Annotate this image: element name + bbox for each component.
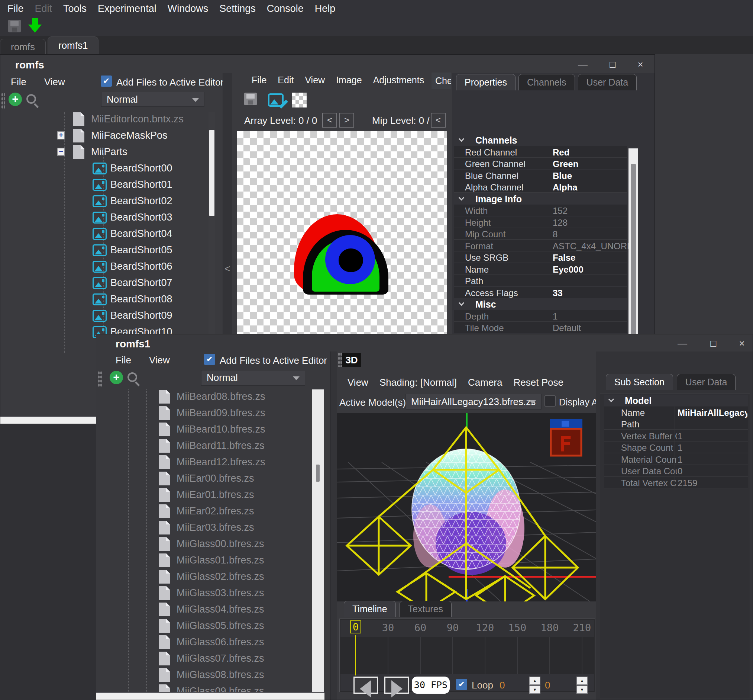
save-icon[interactable]	[8, 20, 21, 32]
menu-item[interactable]: View	[348, 377, 368, 388]
tree-item[interactable]: MiiBeard11.bfres.zs	[96, 438, 311, 454]
tree-scrollbar[interactable]	[312, 389, 324, 692]
close-button[interactable]: ×	[734, 337, 750, 350]
play-button[interactable]	[384, 677, 409, 694]
menu-item[interactable]: File	[115, 355, 131, 366]
edit-image-icon[interactable]	[268, 93, 284, 107]
tree-item[interactable]: MiiEar01.bfres.zs	[96, 487, 311, 503]
property-row[interactable]: Material Count 1	[604, 453, 748, 465]
tree-expander[interactable]: −	[57, 148, 65, 156]
close-button[interactable]: ×	[632, 58, 649, 71]
property-row[interactable]: Model	[604, 395, 748, 406]
scrollbar-thumb[interactable]	[209, 130, 214, 216]
property-row[interactable]: Use SRGB False	[454, 252, 627, 263]
menu-item[interactable]: Image	[336, 75, 362, 86]
tree-item[interactable]: MiiGlass08.bfres.zs	[96, 667, 311, 683]
property-row[interactable]: Width 152	[454, 205, 627, 216]
property-row[interactable]: Format ASTC_4x4_UNORM	[454, 240, 627, 252]
property-row[interactable]: Channels	[454, 134, 627, 146]
tree-item[interactable]: MiiGlass01.bfres.zs	[96, 552, 311, 569]
property-row[interactable]: Mip Count 8	[454, 228, 627, 239]
mip-prev-button[interactable]: <	[431, 113, 446, 128]
property-row[interactable]: Green Channel Green	[454, 158, 627, 169]
display-all-checkbox[interactable]	[544, 395, 556, 406]
menu-item[interactable]: Experimental	[98, 3, 156, 14]
tree-item[interactable]: MiiBeard10.bfres.zs	[96, 422, 311, 438]
tree-item[interactable]: BeardShort06	[0, 258, 209, 275]
stepper-down-icon[interactable]: ▼	[577, 686, 588, 694]
menu-item[interactable]: Settings	[219, 3, 256, 14]
menu-item[interactable]: Adjustments	[373, 75, 424, 86]
menu-item[interactable]: Edit	[278, 75, 294, 86]
tree-item[interactable]: MiiGlass06.bfres.zs	[96, 634, 311, 650]
property-row[interactable]: Total Vertex Co 2159	[604, 477, 748, 488]
maximize-button[interactable]: □	[705, 337, 722, 350]
tree-item[interactable]: BeardShort01	[0, 177, 209, 193]
filter-dropdown[interactable]: Normal	[201, 370, 305, 386]
property-row[interactable]: User Data Cou 0	[604, 465, 748, 477]
property-row[interactable]: Blue Channel Blue	[454, 170, 627, 181]
add-button[interactable]: +	[110, 371, 123, 384]
tree-item[interactable]: BeardShort08	[0, 291, 209, 308]
property-row[interactable]: Shape Count 1	[604, 442, 748, 453]
drag-grip[interactable]	[338, 352, 342, 367]
tree-item[interactable]: MiiGlass09.bfres.zs	[96, 683, 311, 692]
tree-item[interactable]: BeardShort00	[0, 160, 209, 177]
3d-view-tab[interactable]: 3D	[342, 353, 361, 367]
property-row[interactable]: Name Eye000	[454, 263, 627, 275]
menu-item[interactable]: Reset Pose	[513, 377, 563, 388]
3d-viewport[interactable]: F	[337, 413, 596, 602]
tab[interactable]: Textures	[399, 601, 452, 617]
tree-item[interactable]: − MiiParts	[0, 144, 209, 160]
property-row[interactable]: Access Flags 33	[454, 287, 627, 298]
property-row[interactable]: Vertex Buffer C 1	[604, 430, 748, 442]
stepper-up-icon[interactable]: ▲	[577, 677, 588, 685]
tree-item[interactable]: MiiEditorIcon.bntx.zs	[0, 112, 209, 128]
property-row[interactable]: Tile Mode Default	[454, 322, 627, 333]
tree-expander[interactable]: +	[57, 131, 65, 139]
tab[interactable]: Channels	[519, 74, 575, 91]
menu-item[interactable]: File	[11, 76, 27, 88]
add-button[interactable]: +	[9, 93, 22, 106]
tree-item[interactable]: MiiGlass05.bfres.zs	[96, 618, 311, 634]
tab[interactable]: User Data	[578, 74, 637, 91]
previous-frame-button[interactable]	[354, 677, 378, 694]
minimize-button[interactable]: —	[575, 58, 591, 71]
tree-item[interactable]: MiiGlass00.bfres.zs	[96, 536, 311, 552]
active-model-dropdown[interactable]: MiiHairAllLegacy123.bfres.zs	[405, 394, 541, 409]
property-row[interactable]: Path	[604, 418, 748, 430]
loop-checkbox[interactable]	[456, 679, 467, 690]
horizontal-scrollbar[interactable]	[96, 692, 324, 700]
tab[interactable]: Sub Section	[606, 374, 673, 390]
menu-item[interactable]: File	[8, 3, 24, 14]
tree-item[interactable]: MiiEar00.bfres.zs	[96, 470, 311, 487]
panel-splitter[interactable]	[331, 352, 337, 700]
search-icon[interactable]	[128, 372, 137, 382]
array-prev-button[interactable]: <	[322, 113, 337, 128]
menu-item-clipped[interactable]: Che	[432, 72, 451, 89]
tree-item[interactable]: MiiGlass03.bfres.zs	[96, 585, 311, 602]
tree-item[interactable]: MiiGlass02.bfres.zs	[96, 569, 311, 585]
tree-scrollbar[interactable]	[209, 112, 215, 372]
filter-dropdown[interactable]: Normal	[101, 92, 204, 107]
frame-stepper[interactable]: ▲▼	[529, 677, 540, 694]
tree-item[interactable]: + MiiFaceMaskPos	[0, 128, 209, 144]
tab[interactable]: Timeline	[344, 601, 396, 617]
tree-item[interactable]: MiiEar02.bfres.zs	[96, 503, 311, 520]
tree-item[interactable]: MiiBeard12.bfres.zs	[96, 454, 311, 470]
menu-item[interactable]: Help	[315, 3, 336, 14]
tree-item[interactable]: BeardShort09	[0, 308, 209, 324]
property-row[interactable]: Alpha Channel Alpha	[454, 181, 627, 193]
save-icon[interactable]	[244, 93, 257, 105]
menu-item[interactable]: Console	[267, 3, 304, 14]
property-row[interactable]: Height 128	[454, 216, 627, 228]
document-tab[interactable]: romfs1	[48, 36, 98, 54]
tree-item[interactable]: BeardShort07	[0, 275, 209, 291]
menu-item[interactable]: File	[252, 75, 267, 86]
menu-item[interactable]: View	[305, 75, 325, 86]
tree-item[interactable]: BeardShort04	[0, 226, 209, 242]
transparency-toggle-icon[interactable]	[292, 93, 307, 108]
tree-item[interactable]: MiiBeard08.bfres.zs	[96, 389, 311, 405]
property-row[interactable]: Red Channel Red	[454, 146, 627, 158]
scrollbar-thumb[interactable]	[316, 464, 320, 482]
